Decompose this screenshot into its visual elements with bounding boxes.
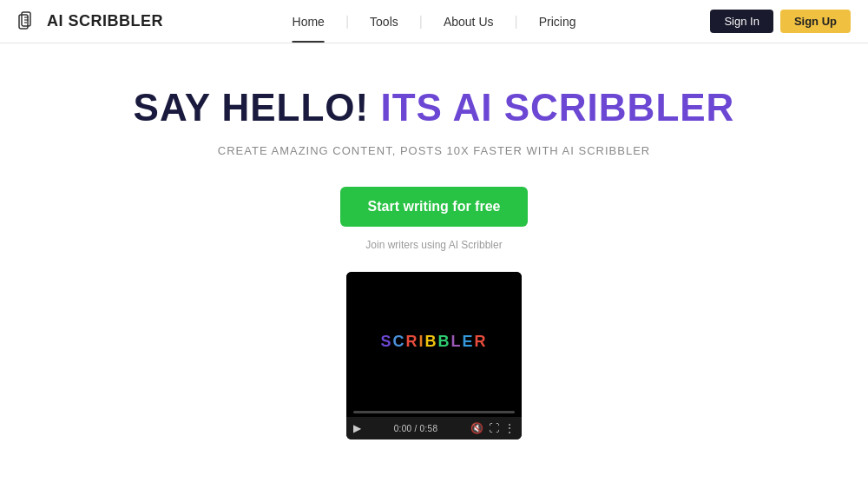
nav-divider-3: | [515,14,518,30]
nav-pricing[interactable]: Pricing [522,15,594,29]
signup-button[interactable]: Sign Up [780,10,851,33]
nav-home[interactable]: Home [275,15,342,29]
video-controls: ▶ 0:00 / 0:58 🔇 ⛶ ⋮ [346,417,522,439]
hero-title-plain: SAY HELLO! [134,86,381,129]
section-tools: POWERFUL TOOLS Turn On, Tune In, Drop Ou… [0,466,868,489]
video-frame: SCRIBBLER [346,272,522,411]
cta-button[interactable]: Start writing for free [340,187,529,227]
video-player[interactable]: SCRIBBLER ▶ 0:00 / 0:58 🔇 ⛶ ⋮ [346,272,522,439]
more-options-icon[interactable]: ⋮ [504,422,515,434]
nav-tools[interactable]: Tools [352,15,416,29]
navbar: AI SCRIBBLER Home | Tools | About Us | P… [0,0,868,43]
video-progress-bar[interactable] [353,411,515,413]
hero-sub-note: Join writers using AI Scribbler [365,239,502,251]
nav-divider-2: | [419,14,423,30]
video-logo: SCRIBBLER [380,333,487,351]
logo-icon [17,10,42,34]
nav-about[interactable]: About Us [426,15,511,29]
fullscreen-icon[interactable]: ⛶ [489,422,499,434]
volume-icon[interactable]: 🔇 [470,422,483,434]
hero-subtitle: CREATE AMAZING CONTENT, POSTS 10X FASTER… [218,142,650,161]
video-time: 0:00 / 0:58 [366,424,465,433]
hero-title: SAY HELLO! ITS AI SCRIBBLER [134,87,735,129]
play-icon[interactable]: ▶ [353,422,361,434]
navbar-nav: Home | Tools | About Us | Pricing [275,14,594,30]
nav-divider-1: | [345,14,349,30]
logo-text: AI SCRIBBLER [47,12,163,30]
logo: AI SCRIBBLER [17,10,163,34]
hero-title-highlight: ITS AI SCRIBBLER [380,86,734,129]
hero-section: SAY HELLO! ITS AI SCRIBBLER CREATE AMAZI… [0,43,868,466]
signin-button[interactable]: Sign In [710,10,773,33]
navbar-actions: Sign In Sign Up [710,10,851,33]
